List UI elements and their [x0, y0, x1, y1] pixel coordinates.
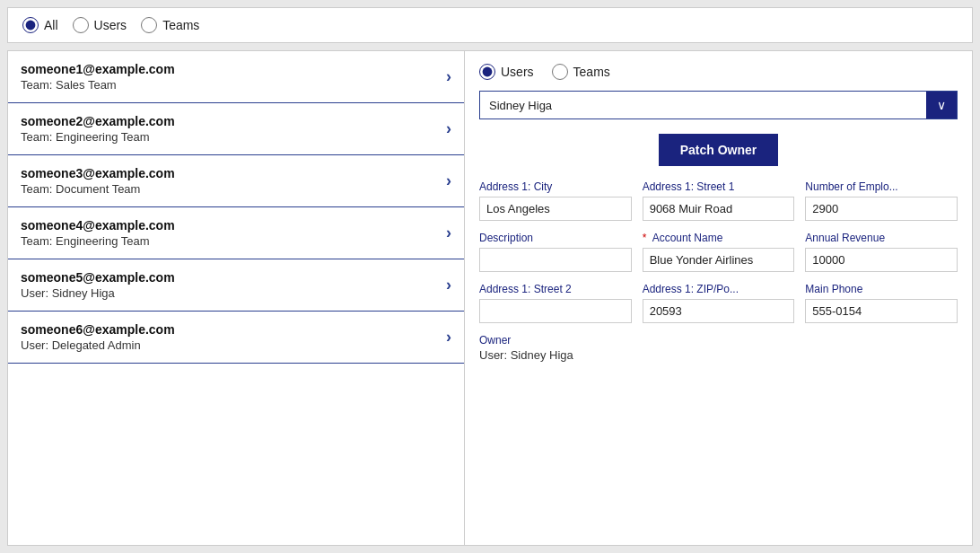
field-group: Address 1: ZIP/Po...	[643, 283, 795, 323]
radio-teams-label: Teams	[162, 18, 199, 32]
main-container: All Users Teams someone1@example.com Tea…	[0, 0, 980, 553]
dropdown-button[interactable]: ∨	[926, 92, 957, 118]
list-item-sub: Team: Engineering Team	[21, 234, 175, 248]
chevron-right-icon: ›	[446, 171, 451, 190]
field-label: * Account Name	[643, 232, 795, 244]
field-input[interactable]	[805, 197, 958, 221]
list-item-text: someone1@example.com Team: Sales Team	[21, 62, 175, 92]
top-filter-bar: All Users Teams	[7, 7, 973, 43]
list-item-sub: User: Sidney Higa	[21, 286, 175, 300]
right-radio-row: Users Teams	[479, 64, 958, 80]
list-item-text: someone3@example.com Team: Document Team	[21, 166, 175, 196]
required-star: *	[643, 232, 650, 244]
field-label: Annual Revenue	[805, 232, 958, 244]
radio-teams[interactable]: Teams	[141, 17, 199, 33]
field-input[interactable]	[479, 197, 632, 221]
radio-all-input[interactable]	[22, 17, 39, 33]
chevron-right-icon: ›	[446, 276, 451, 294]
field-label: Address 1: Street 2	[479, 283, 632, 295]
list-item-sub: Team: Engineering Team	[21, 130, 175, 144]
field-input[interactable]	[805, 299, 958, 323]
list-item-sub: Team: Sales Team	[21, 78, 175, 92]
bottom-area: someone1@example.com Team: Sales Team › …	[7, 50, 973, 546]
right-radio-teams-label: Teams	[573, 65, 610, 79]
right-radio-teams-input[interactable]	[552, 64, 568, 80]
field-input[interactable]	[643, 299, 795, 323]
dropdown-field[interactable]: Sidney Higa ∨	[479, 91, 958, 119]
list-item-email: someone5@example.com	[21, 270, 175, 285]
field-input[interactable]	[643, 248, 795, 272]
right-radio-users-input[interactable]	[479, 64, 495, 80]
owner-label: Owner	[479, 334, 958, 347]
field-label: Description	[479, 232, 632, 244]
owner-value: User: Sidney Higa	[479, 348, 958, 362]
top-radio-group: All Users Teams	[22, 17, 199, 33]
field-label: Address 1: City	[479, 180, 632, 193]
list-item-sub: Team: Document Team	[21, 182, 175, 196]
patch-owner-button[interactable]: Patch Owner	[659, 134, 779, 166]
list-item[interactable]: someone1@example.com Team: Sales Team ›	[8, 51, 464, 103]
list-item-email: someone2@example.com	[21, 114, 175, 128]
list-item[interactable]: someone2@example.com Team: Engineering T…	[8, 103, 464, 155]
list-item-text: someone5@example.com User: Sidney Higa	[21, 270, 175, 300]
radio-teams-input[interactable]	[141, 17, 157, 33]
field-label: Number of Emplo...	[805, 180, 958, 193]
list-item-email: someone6@example.com	[21, 322, 175, 337]
right-radio-users-label: Users	[501, 65, 534, 79]
field-input[interactable]	[479, 248, 632, 272]
field-group: Number of Emplo...	[805, 180, 958, 221]
owner-section: Owner User: Sidney Higa	[479, 334, 958, 362]
field-input[interactable]	[479, 299, 632, 323]
field-label: Main Phone	[805, 283, 958, 295]
field-group: Description	[479, 232, 632, 272]
field-group: Address 1: Street 1	[643, 180, 795, 221]
radio-users[interactable]: Users	[73, 17, 127, 33]
right-radio-teams[interactable]: Teams	[552, 64, 610, 80]
radio-users-input[interactable]	[73, 17, 89, 33]
right-panel: Users Teams Sidney Higa ∨ Patch Owner Ad…	[465, 50, 973, 546]
field-group: Annual Revenue	[805, 232, 958, 272]
fields-grid: Address 1: CityAddress 1: Street 1Number…	[479, 180, 958, 323]
list-item-sub: User: Delegated Admin	[21, 338, 175, 352]
list-item-text: someone4@example.com Team: Engineering T…	[21, 218, 175, 248]
left-panel: someone1@example.com Team: Sales Team › …	[7, 50, 465, 546]
chevron-right-icon: ›	[446, 224, 451, 242]
list-item-email: someone4@example.com	[21, 218, 175, 233]
field-label: Address 1: ZIP/Po...	[643, 283, 795, 295]
right-radio-users[interactable]: Users	[479, 64, 534, 80]
field-input[interactable]	[805, 248, 958, 272]
field-label: Address 1: Street 1	[643, 180, 795, 193]
radio-users-label: Users	[94, 18, 127, 32]
list-item-email: someone3@example.com	[21, 166, 175, 180]
list-item[interactable]: someone3@example.com Team: Document Team…	[8, 155, 464, 207]
field-group: Address 1: City	[479, 180, 632, 221]
radio-all[interactable]: All	[22, 17, 58, 33]
field-group: * Account Name	[643, 232, 795, 272]
dropdown-container: Sidney Higa ∨	[479, 91, 958, 119]
field-input[interactable]	[643, 197, 795, 221]
field-group: Address 1: Street 2	[479, 283, 632, 323]
list-item[interactable]: someone5@example.com User: Sidney Higa ›	[8, 259, 464, 312]
list-item[interactable]: someone6@example.com User: Delegated Adm…	[8, 312, 464, 364]
chevron-right-icon: ›	[446, 328, 451, 347]
radio-all-label: All	[44, 18, 58, 32]
list-item-text: someone2@example.com Team: Engineering T…	[21, 114, 175, 144]
field-group: Main Phone	[805, 283, 958, 323]
list-item-text: someone6@example.com User: Delegated Adm…	[21, 322, 175, 352]
list-item-email: someone1@example.com	[21, 62, 175, 76]
chevron-right-icon: ›	[446, 67, 451, 86]
dropdown-value: Sidney Higa	[480, 92, 926, 118]
chevron-right-icon: ›	[446, 119, 451, 138]
list-item[interactable]: someone4@example.com Team: Engineering T…	[8, 207, 464, 259]
